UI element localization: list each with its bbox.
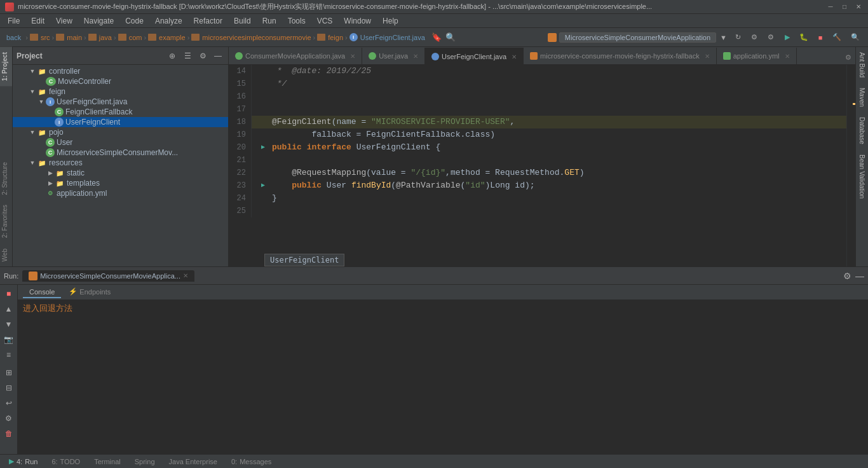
build-button[interactable]: 🔨 — [830, 31, 844, 45]
tab-close-UserFeignClient[interactable]: ✕ — [512, 53, 517, 60]
menu-tools[interactable]: Tools — [283, 14, 311, 28]
menu-edit[interactable]: Edit — [26, 14, 50, 28]
cog-btn[interactable]: ⚙ — [3, 412, 15, 425]
back-button[interactable]: back — [4, 32, 24, 43]
maximize-button[interactable]: □ — [840, 3, 849, 11]
tab-User[interactable]: User.java ✕ — [362, 48, 425, 64]
nav-src[interactable]: src — [30, 34, 50, 41]
bottom-tab-run[interactable]: ▶ 4: Run — [3, 456, 44, 467]
menu-file[interactable]: File — [3, 14, 25, 28]
run-gutter-icon-20[interactable]: ▶ — [261, 141, 265, 154]
bookmark-icon[interactable]: 🔖 — [431, 32, 442, 42]
nav-example[interactable]: example — [148, 34, 186, 41]
menu-view[interactable]: View — [51, 14, 78, 28]
tab-microservice[interactable]: microservice-consumer-movie-feign-hystri… — [524, 48, 717, 64]
bottom-tab-spring[interactable]: Spring — [128, 457, 161, 467]
favorites-tab[interactable]: 2: Favorites — [0, 200, 12, 243]
tree-UserFeignClientFile[interactable]: ▼ I UserFeignClient.java — [13, 97, 228, 107]
config-btn-1[interactable]: ⚙ — [747, 31, 761, 45]
tree-User[interactable]: C User — [13, 137, 228, 148]
project-close-btn[interactable]: — — [212, 50, 224, 62]
scroll-down-btn[interactable]: ▼ — [3, 318, 15, 331]
todo-tab-num: 6: — [51, 458, 57, 465]
tabs-settings-btn[interactable]: ⚙ — [841, 51, 855, 64]
run-config-name[interactable]: MicroserviceSimpleConsumerMovieApplicati… — [559, 32, 716, 43]
tree-MicroserviceApp[interactable]: C MicroserviceSimpleConsumerMov... — [13, 148, 228, 158]
run-config-dropdown[interactable]: ▼ — [719, 34, 728, 41]
stop-button[interactable]: ■ — [813, 31, 827, 45]
bottom-tab-terminal[interactable]: Terminal — [88, 457, 127, 467]
java-enterprise-tab-label: Java Enterprise — [169, 458, 217, 465]
tab-close-User[interactable]: ✕ — [413, 53, 418, 60]
trash-btn[interactable]: 🗑 — [3, 427, 15, 440]
menu-window[interactable]: Window — [339, 14, 376, 28]
nav-feign[interactable]: feign — [317, 34, 343, 41]
tab-endpoints[interactable]: ⚡ Endpoints — [62, 286, 117, 298]
tab-close-application-yml[interactable]: ✕ — [785, 53, 790, 60]
menu-build[interactable]: Build — [229, 14, 256, 28]
bean-validation-tab[interactable]: Bean Validation — [857, 149, 867, 203]
minimize-button[interactable]: ─ — [826, 3, 835, 11]
bottom-tab-java-enterprise[interactable]: Java Enterprise — [163, 457, 224, 467]
search-nav-icon[interactable]: 🔍 — [445, 32, 456, 42]
tree-resources[interactable]: ▼ 📁 resources — [13, 158, 228, 168]
menu-help[interactable]: Help — [377, 14, 403, 28]
tab-ConsumerMovieApplication[interactable]: ConsumerMovieApplication.java ✕ — [229, 48, 362, 64]
tab-close-microservice[interactable]: ✕ — [705, 53, 710, 60]
menu-navigate[interactable]: Navigate — [79, 14, 119, 28]
code-editor[interactable]: 14 * @date: 2019/2/25 15 */ 16 — [229, 65, 846, 266]
scroll-up-btn[interactable]: ▲ — [3, 303, 15, 315]
align-btn[interactable]: ≡ — [3, 348, 15, 361]
tab-application-yml[interactable]: application.yml ✕ — [717, 48, 797, 64]
tree-static[interactable]: ▶ 📁 static — [13, 168, 228, 178]
run-app-close[interactable]: ✕ — [183, 272, 188, 279]
tab-console[interactable]: Console — [23, 287, 61, 298]
close-button[interactable]: ✕ — [854, 3, 863, 11]
tree-application-yml[interactable]: ⚙ application.yml — [13, 188, 228, 198]
menu-vcs[interactable]: VCS — [312, 14, 338, 28]
maven-tab[interactable]: Maven — [857, 83, 867, 112]
project-tab[interactable]: 1: Project — [0, 47, 12, 86]
debug-button[interactable]: 🐛 — [797, 31, 811, 45]
bottom-settings-btn[interactable]: ⚙ — [843, 271, 851, 281]
tree-MovieController[interactable]: C MovieController — [13, 76, 228, 86]
project-scope-btn[interactable]: ⊕ — [166, 50, 179, 62]
tree-pojo[interactable]: ▼ 📁 pojo — [13, 127, 228, 137]
config-btn-2[interactable]: ⚙ — [764, 31, 778, 45]
tab-close-ConsumerMovieApplication[interactable]: ✕ — [350, 53, 355, 60]
project-settings-btn[interactable]: ⚙ — [196, 50, 209, 62]
tree-FeignClientFallback[interactable]: C FeignClientFallback — [13, 107, 228, 117]
tree-UserFeignClient[interactable]: I UserFeignClient — [13, 117, 228, 127]
database-tab[interactable]: Database — [857, 112, 867, 149]
wrap-btn[interactable]: ↩ — [3, 397, 15, 410]
menu-analyze[interactable]: Analyze — [150, 14, 187, 28]
pin-btn[interactable]: ⊟ — [3, 382, 15, 394]
tree-feign[interactable]: ▼ 📁 feign — [13, 86, 228, 97]
tab-UserFeignClient[interactable]: UserFeignClient.java ✕ — [425, 48, 524, 64]
tree-controller[interactable]: ▼ 📁 controller — [13, 66, 228, 76]
project-layout-btn[interactable]: ☰ — [181, 50, 194, 62]
bottom-tab-messages[interactable]: 0: Messages — [225, 457, 278, 467]
structure-tab[interactable]: 2: Structure — [0, 157, 12, 200]
screenshot-btn[interactable]: 📷 — [3, 333, 15, 346]
menu-run[interactable]: Run — [257, 14, 281, 28]
web-tab[interactable]: Web — [0, 244, 12, 266]
nav-java[interactable]: java — [88, 34, 112, 41]
nav-main[interactable]: main — [56, 34, 82, 41]
bottom-tab-todo[interactable]: 6: TODO — [45, 457, 86, 467]
ant-build-tab[interactable]: Ant Build — [857, 47, 867, 83]
tree-templates[interactable]: ▶ 📁 templates — [13, 178, 228, 188]
run-gutter-icon-23[interactable]: ▶ — [261, 179, 265, 192]
menu-code[interactable]: Code — [120, 14, 149, 28]
nav-com[interactable]: com — [118, 34, 142, 41]
filter-btn[interactable]: ⊞ — [3, 366, 15, 379]
menu-refactor[interactable]: Refactor — [189, 14, 227, 28]
search-button[interactable]: 🔍 — [846, 31, 864, 45]
bottom-minimize-btn[interactable]: — — [855, 271, 864, 281]
refresh-button[interactable]: ↻ — [731, 31, 745, 45]
nav-package[interactable]: microservicesimpleconsumermovie — [191, 34, 311, 41]
run-app-tab[interactable]: MicroserviceSimpleConsumerMovieApplica..… — [22, 270, 194, 282]
nav-file[interactable]: UserFeignClient.java — [360, 34, 425, 41]
run-button[interactable]: ▶ — [780, 31, 794, 45]
stop-run-btn[interactable]: ■ — [3, 287, 15, 300]
